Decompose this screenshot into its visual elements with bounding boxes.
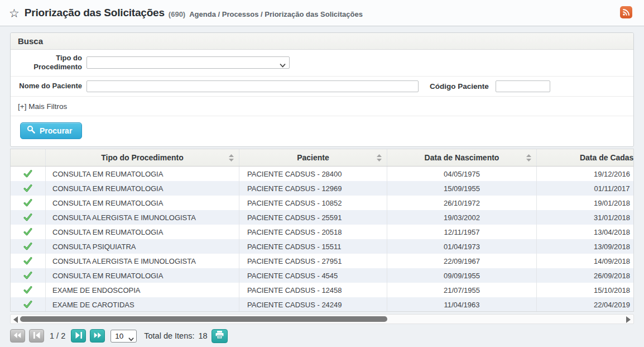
sort-arrows-icon[interactable] xyxy=(526,154,531,163)
cell-data-nascimento: 19/03/2002 xyxy=(387,210,536,225)
cell-tipo-procedimento: CONSULTA ALERGISTA E IMUNOLOGISTA xyxy=(45,254,239,268)
cell-paciente: PACIENTE CADSUS - 28400 xyxy=(239,167,387,181)
table-row: CONSULTA EM REUMATOLOGIA PACIENTE CADSUS… xyxy=(11,196,634,210)
table-row: CONSULTA EM REUMATOLOGIA PACIENTE CADSUS… xyxy=(11,268,634,283)
cell-data-cadastro: 26/09/2018 xyxy=(536,268,634,283)
nome-paciente-input[interactable] xyxy=(86,80,419,92)
form-row-tipo: Tipo do Procedimento xyxy=(11,50,633,77)
total-items-label: Total de Itens: xyxy=(144,331,194,340)
cell-data-nascimento: 04/05/1975 xyxy=(387,167,536,181)
codigo-paciente-label: Código Paciente xyxy=(430,82,489,91)
cell-tipo-procedimento: CONSULTA EM REUMATOLOGIA xyxy=(45,196,239,210)
cell-data-cadastro: 19/01/2018 xyxy=(536,196,634,210)
page-code: (690) xyxy=(169,10,185,18)
sort-arrows-icon[interactable] xyxy=(229,154,234,163)
cell-data-cadastro: 13/09/2018 xyxy=(536,239,634,254)
cell-paciente: PACIENTE CADSUS - 15511 xyxy=(239,239,387,254)
green-check-icon[interactable] xyxy=(23,270,33,281)
cell-data-cadastro: 01/11/2017 xyxy=(536,181,634,196)
pagination-bar: 1 / 2 10 Total de Itens: 18 xyxy=(10,328,634,344)
magnifier-icon xyxy=(27,125,36,136)
cell-data-nascimento: 15/09/1955 xyxy=(387,181,536,196)
green-check-icon[interactable] xyxy=(23,256,33,266)
page: ☆ Priorização das Solicitações (690) Age… xyxy=(0,0,644,347)
nome-paciente-label: Nome do Paciente xyxy=(11,82,82,91)
scroll-right-arrow-icon[interactable] xyxy=(626,316,631,323)
search-button-row: Procurar xyxy=(11,116,633,146)
green-check-icon[interactable] xyxy=(23,212,33,222)
green-check-icon[interactable] xyxy=(23,241,33,251)
previous-page-button[interactable] xyxy=(10,329,25,343)
search-panel: Busca Tipo do Procedimento Nome do Pacie… xyxy=(10,32,634,147)
cell-paciente: PACIENTE CADSUS - 4545 xyxy=(239,268,387,283)
cell-data-nascimento: 21/07/1955 xyxy=(387,283,536,297)
table-header-row: Tipo do Procedimento Paciente Data de Na… xyxy=(11,149,634,167)
search-button[interactable]: Procurar xyxy=(20,122,82,139)
more-filters-link[interactable]: [+] Mais Filtros xyxy=(18,102,67,111)
column-header-status xyxy=(11,149,45,166)
last-page-button[interactable] xyxy=(90,329,105,343)
column-header-nascimento[interactable]: Data de Nascimento xyxy=(387,149,536,166)
next-page-button[interactable] xyxy=(71,329,86,343)
cell-paciente: PACIENTE CADSUS - 12969 xyxy=(239,181,387,196)
skip-right-icon xyxy=(75,331,83,341)
page-header: ☆ Priorização das Solicitações (690) Age… xyxy=(0,0,644,26)
green-check-icon[interactable] xyxy=(23,198,33,208)
cell-paciente: PACIENTE CADSUS - 12458 xyxy=(239,283,387,297)
green-check-icon[interactable] xyxy=(23,227,33,237)
codigo-paciente-input[interactable] xyxy=(496,80,550,92)
table-row: EXAME DE ENDOSCOPIA PACIENTE CADSUS - 12… xyxy=(11,283,634,297)
cell-data-nascimento: 11/04/1963 xyxy=(387,297,536,312)
table-row: EXAME DE CAROTIDAS PACIENTE CADSUS - 242… xyxy=(11,297,634,312)
column-header-tipo[interactable]: Tipo do Procedimento xyxy=(45,149,239,166)
scroll-left-arrow-icon[interactable] xyxy=(13,316,18,323)
cell-data-cadastro: 31/01/2018 xyxy=(536,210,634,225)
page-indicator: 1 / 2 xyxy=(50,331,65,340)
print-button[interactable] xyxy=(212,329,228,343)
cell-tipo-procedimento: CONSULTA EM REUMATOLOGIA xyxy=(45,268,239,283)
column-header-paciente[interactable]: Paciente xyxy=(239,149,387,166)
green-check-icon[interactable] xyxy=(23,169,33,179)
horizontal-scrollbar[interactable] xyxy=(10,314,634,324)
cell-paciente: PACIENTE CADSUS - 20518 xyxy=(239,225,387,239)
tipo-procedimento-label: Tipo do Procedimento xyxy=(11,54,82,72)
cell-paciente: PACIENTE CADSUS - 24249 xyxy=(239,297,387,312)
cell-data-nascimento: 01/04/1973 xyxy=(387,239,536,254)
total-items-value: 18 xyxy=(199,331,208,340)
breadcrumb: Agenda / Processos / Priorização das Sol… xyxy=(189,10,363,18)
page-size-select[interactable]: 10 xyxy=(110,330,137,343)
results-table: Tipo do Procedimento Paciente Data de Na… xyxy=(10,149,634,312)
tipo-procedimento-select[interactable] xyxy=(86,56,290,69)
cell-tipo-procedimento: CONSULTA ALERGISTA E IMUNOLOGISTA xyxy=(45,210,239,225)
sort-arrows-icon[interactable] xyxy=(377,154,382,163)
cell-paciente: PACIENTE CADSUS - 10852 xyxy=(239,196,387,210)
table-row: CONSULTA PSIQUIATRA PACIENTE CADSUS - 15… xyxy=(11,239,634,254)
printer-icon xyxy=(215,330,224,341)
green-check-icon[interactable] xyxy=(23,300,33,310)
first-page-button[interactable] xyxy=(29,329,44,343)
cell-data-cadastro: 22/04/2019 xyxy=(536,297,634,312)
cell-paciente: PACIENTE CADSUS - 27951 xyxy=(239,254,387,268)
column-header-cadastro[interactable]: Data de Cadastro xyxy=(536,149,634,166)
cell-data-cadastro: 14/09/2018 xyxy=(536,254,634,268)
table-row: CONSULTA EM REUMATOLOGIA PACIENTE CADSUS… xyxy=(11,167,634,181)
scrollbar-thumb[interactable] xyxy=(20,316,387,322)
green-check-icon[interactable] xyxy=(23,285,33,295)
cell-data-nascimento: 22/09/1967 xyxy=(387,254,536,268)
cell-tipo-procedimento: CONSULTA EM REUMATOLOGIA xyxy=(45,225,239,239)
double-left-arrow-icon xyxy=(13,331,22,341)
more-filters-row: [+] Mais Filtros xyxy=(11,97,633,116)
cell-tipo-procedimento: CONSULTA PSIQUIATRA xyxy=(45,239,239,254)
rss-icon[interactable] xyxy=(620,6,632,18)
cell-tipo-procedimento: CONSULTA EM REUMATOLOGIA xyxy=(45,181,239,196)
form-row-nome: Nome do Paciente Código Paciente xyxy=(11,77,633,97)
star-icon[interactable]: ☆ xyxy=(9,7,20,19)
table-row: CONSULTA EM REUMATOLOGIA PACIENTE CADSUS… xyxy=(11,225,634,239)
search-panel-title: Busca xyxy=(11,33,633,50)
table-row: CONSULTA EM REUMATOLOGIA PACIENTE CADSUS… xyxy=(11,181,634,196)
cell-tipo-procedimento: EXAME DE ENDOSCOPIA xyxy=(45,283,239,297)
cell-tipo-procedimento: CONSULTA EM REUMATOLOGIA xyxy=(45,167,239,181)
cell-data-nascimento: 12/11/1957 xyxy=(387,225,536,239)
cell-data-cadastro: 13/04/2018 xyxy=(536,225,634,239)
green-check-icon[interactable] xyxy=(23,183,33,193)
